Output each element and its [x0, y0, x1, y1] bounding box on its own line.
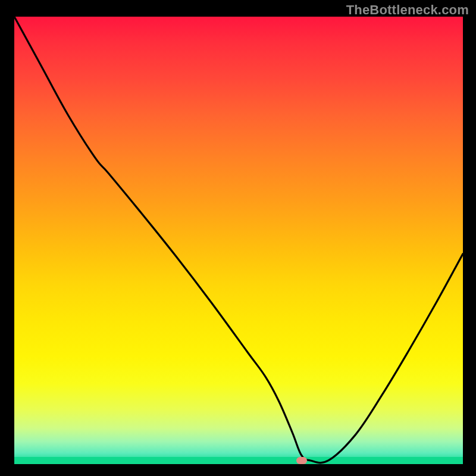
- bottleneck-curve: [14, 17, 463, 464]
- plot-area: [14, 17, 463, 464]
- optimal-marker: [296, 457, 307, 464]
- watermark-text: TheBottleneck.com: [346, 2, 469, 18]
- chart-frame: TheBottleneck.com: [0, 0, 476, 476]
